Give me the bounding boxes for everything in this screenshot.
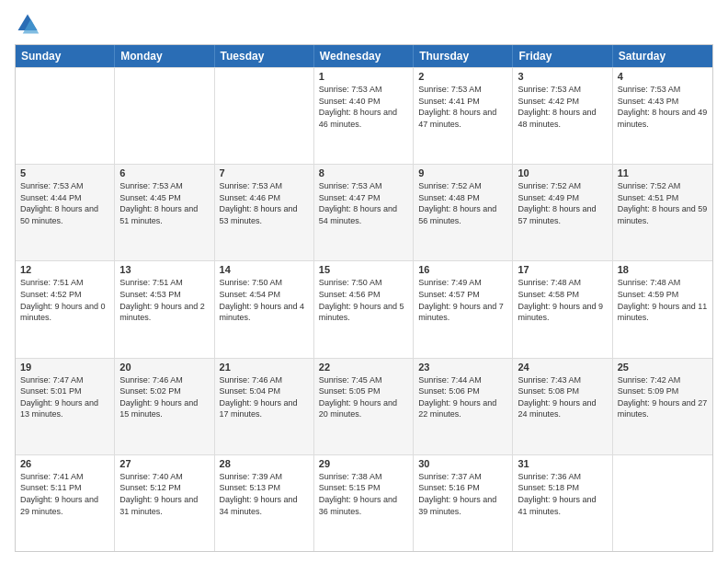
cell-text: Sunrise: 7:53 AM Sunset: 4:47 PM Dayligh… <box>319 180 408 226</box>
calendar-cell: 29Sunrise: 7:38 AM Sunset: 5:15 PM Dayli… <box>314 455 414 551</box>
day-number: 18 <box>618 264 708 275</box>
cell-text: Sunrise: 7:53 AM Sunset: 4:43 PM Dayligh… <box>618 84 708 130</box>
day-number: 14 <box>220 264 309 275</box>
day-number: 30 <box>418 458 507 469</box>
header-day-thursday: Thursday <box>414 45 513 67</box>
day-number: 25 <box>618 362 708 373</box>
calendar-cell: 23Sunrise: 7:44 AM Sunset: 5:06 PM Dayli… <box>414 359 513 454</box>
calendar-cell: 19Sunrise: 7:47 AM Sunset: 5:01 PM Dayli… <box>16 359 115 454</box>
cell-text: Sunrise: 7:42 AM Sunset: 5:09 PM Dayligh… <box>618 374 708 420</box>
calendar-cell: 25Sunrise: 7:42 AM Sunset: 5:09 PM Dayli… <box>613 359 712 454</box>
cell-text: Sunrise: 7:53 AM Sunset: 4:46 PM Dayligh… <box>220 180 309 226</box>
day-number: 19 <box>20 362 109 373</box>
day-number: 15 <box>319 264 408 275</box>
header <box>15 11 713 37</box>
calendar-cell: 24Sunrise: 7:43 AM Sunset: 5:08 PM Dayli… <box>513 359 612 454</box>
header-day-monday: Monday <box>115 45 214 67</box>
day-number: 11 <box>618 167 708 178</box>
calendar-cell: 1Sunrise: 7:53 AM Sunset: 4:40 PM Daylig… <box>314 68 414 164</box>
cell-text: Sunrise: 7:52 AM Sunset: 4:49 PM Dayligh… <box>518 180 607 226</box>
calendar-cell: 20Sunrise: 7:46 AM Sunset: 5:02 PM Dayli… <box>115 359 214 454</box>
calendar-cell: 27Sunrise: 7:40 AM Sunset: 5:12 PM Dayli… <box>115 455 214 551</box>
cell-text: Sunrise: 7:50 AM Sunset: 4:56 PM Dayligh… <box>319 277 408 323</box>
day-number: 10 <box>518 167 607 178</box>
header-day-wednesday: Wednesday <box>314 45 414 67</box>
calendar-cell: 17Sunrise: 7:48 AM Sunset: 4:58 PM Dayli… <box>513 261 612 357</box>
day-number: 12 <box>20 264 109 275</box>
cell-text: Sunrise: 7:45 AM Sunset: 5:05 PM Dayligh… <box>319 374 408 420</box>
day-number: 17 <box>518 264 607 275</box>
cell-text: Sunrise: 7:43 AM Sunset: 5:08 PM Dayligh… <box>518 374 607 420</box>
day-number: 28 <box>220 458 309 469</box>
calendar-cell: 9Sunrise: 7:52 AM Sunset: 4:48 PM Daylig… <box>414 165 513 260</box>
calendar-cell <box>115 68 214 164</box>
logo <box>15 11 44 37</box>
calendar-cell: 21Sunrise: 7:46 AM Sunset: 5:04 PM Dayli… <box>215 359 314 454</box>
day-number: 5 <box>20 167 109 178</box>
calendar-row-3: 12Sunrise: 7:51 AM Sunset: 4:52 PM Dayli… <box>16 260 712 357</box>
calendar-cell <box>613 455 712 551</box>
day-number: 4 <box>618 71 708 82</box>
day-number: 2 <box>418 71 507 82</box>
cell-text: Sunrise: 7:47 AM Sunset: 5:01 PM Dayligh… <box>20 374 109 420</box>
calendar-cell: 26Sunrise: 7:41 AM Sunset: 5:11 PM Dayli… <box>16 455 115 551</box>
cell-text: Sunrise: 7:48 AM Sunset: 4:59 PM Dayligh… <box>618 277 708 323</box>
calendar-cell: 4Sunrise: 7:53 AM Sunset: 4:43 PM Daylig… <box>613 68 712 164</box>
calendar-cell <box>215 68 314 164</box>
cell-text: Sunrise: 7:46 AM Sunset: 5:04 PM Dayligh… <box>220 374 309 420</box>
cell-text: Sunrise: 7:53 AM Sunset: 4:45 PM Dayligh… <box>119 180 209 226</box>
calendar-cell: 12Sunrise: 7:51 AM Sunset: 4:52 PM Dayli… <box>16 261 115 357</box>
calendar-row-2: 5Sunrise: 7:53 AM Sunset: 4:44 PM Daylig… <box>16 164 712 260</box>
calendar: SundayMondayTuesdayWednesdayThursdayFrid… <box>15 44 713 552</box>
day-number: 26 <box>20 458 109 469</box>
calendar-cell: 16Sunrise: 7:49 AM Sunset: 4:57 PM Dayli… <box>414 261 513 357</box>
day-number: 16 <box>418 264 507 275</box>
header-day-friday: Friday <box>513 45 612 67</box>
cell-text: Sunrise: 7:51 AM Sunset: 4:53 PM Dayligh… <box>119 277 209 323</box>
calendar-cell: 10Sunrise: 7:52 AM Sunset: 4:49 PM Dayli… <box>513 165 612 260</box>
logo-icon <box>15 11 40 37</box>
calendar-cell: 15Sunrise: 7:50 AM Sunset: 4:56 PM Dayli… <box>314 261 414 357</box>
day-number: 23 <box>418 362 507 373</box>
page: SundayMondayTuesdayWednesdayThursdayFrid… <box>0 0 728 563</box>
day-number: 22 <box>319 362 408 373</box>
cell-text: Sunrise: 7:53 AM Sunset: 4:41 PM Dayligh… <box>418 84 507 130</box>
cell-text: Sunrise: 7:50 AM Sunset: 4:54 PM Dayligh… <box>220 277 309 323</box>
cell-text: Sunrise: 7:52 AM Sunset: 4:51 PM Dayligh… <box>618 180 708 226</box>
calendar-cell: 13Sunrise: 7:51 AM Sunset: 4:53 PM Dayli… <box>115 261 214 357</box>
calendar-cell: 2Sunrise: 7:53 AM Sunset: 4:41 PM Daylig… <box>414 68 513 164</box>
cell-text: Sunrise: 7:51 AM Sunset: 4:52 PM Dayligh… <box>20 277 109 323</box>
calendar-cell: 30Sunrise: 7:37 AM Sunset: 5:16 PM Dayli… <box>414 455 513 551</box>
cell-text: Sunrise: 7:53 AM Sunset: 4:40 PM Dayligh… <box>319 84 408 130</box>
calendar-cell: 28Sunrise: 7:39 AM Sunset: 5:13 PM Dayli… <box>215 455 314 551</box>
calendar-cell: 31Sunrise: 7:36 AM Sunset: 5:18 PM Dayli… <box>513 455 612 551</box>
day-number: 20 <box>119 362 209 373</box>
cell-text: Sunrise: 7:52 AM Sunset: 4:48 PM Dayligh… <box>418 180 507 226</box>
cell-text: Sunrise: 7:38 AM Sunset: 5:15 PM Dayligh… <box>319 471 408 517</box>
header-day-tuesday: Tuesday <box>215 45 314 67</box>
cell-text: Sunrise: 7:44 AM Sunset: 5:06 PM Dayligh… <box>418 374 507 420</box>
cell-text: Sunrise: 7:49 AM Sunset: 4:57 PM Dayligh… <box>418 277 507 323</box>
calendar-cell: 14Sunrise: 7:50 AM Sunset: 4:54 PM Dayli… <box>215 261 314 357</box>
calendar-row-5: 26Sunrise: 7:41 AM Sunset: 5:11 PM Dayli… <box>16 454 712 551</box>
calendar-cell: 18Sunrise: 7:48 AM Sunset: 4:59 PM Dayli… <box>613 261 712 357</box>
calendar-cell: 22Sunrise: 7:45 AM Sunset: 5:05 PM Dayli… <box>314 359 414 454</box>
calendar-cell: 6Sunrise: 7:53 AM Sunset: 4:45 PM Daylig… <box>115 165 214 260</box>
cell-text: Sunrise: 7:53 AM Sunset: 4:44 PM Dayligh… <box>20 180 109 226</box>
cell-text: Sunrise: 7:37 AM Sunset: 5:16 PM Dayligh… <box>418 471 507 517</box>
calendar-body: 1Sunrise: 7:53 AM Sunset: 4:40 PM Daylig… <box>16 67 712 551</box>
day-number: 1 <box>319 71 408 82</box>
header-day-saturday: Saturday <box>613 45 712 67</box>
cell-text: Sunrise: 7:53 AM Sunset: 4:42 PM Dayligh… <box>518 84 607 130</box>
day-number: 8 <box>319 167 408 178</box>
calendar-row-1: 1Sunrise: 7:53 AM Sunset: 4:40 PM Daylig… <box>16 67 712 164</box>
calendar-cell: 5Sunrise: 7:53 AM Sunset: 4:44 PM Daylig… <box>16 165 115 260</box>
calendar-header: SundayMondayTuesdayWednesdayThursdayFrid… <box>16 45 712 67</box>
day-number: 9 <box>418 167 507 178</box>
calendar-cell: 3Sunrise: 7:53 AM Sunset: 4:42 PM Daylig… <box>513 68 612 164</box>
day-number: 13 <box>119 264 209 275</box>
day-number: 24 <box>518 362 607 373</box>
day-number: 31 <box>518 458 607 469</box>
calendar-cell: 11Sunrise: 7:52 AM Sunset: 4:51 PM Dayli… <box>613 165 712 260</box>
calendar-cell <box>16 68 115 164</box>
